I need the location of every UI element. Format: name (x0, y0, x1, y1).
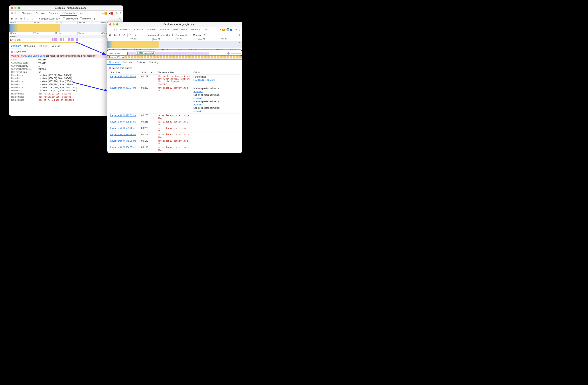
culprit-link[interactable]: Animation (193, 97, 203, 99)
gear-icon[interactable]: ⚙ (115, 12, 118, 15)
record-icon[interactable]: ◉ (10, 17, 13, 20)
recording-selector[interactable]: fonts.google.com #1 ▼ (148, 34, 170, 36)
layout-shift-link[interactable]: Layout shift @ 554.05 ms (110, 146, 136, 149)
layout-shifts-track[interactable]: Layout shifts (9, 38, 123, 42)
layout-shift-link[interactable]: Layout shift @ 545.09 ms (110, 140, 136, 142)
tab-call-tree[interactable]: Call tree (37, 44, 49, 48)
reload-icon[interactable]: ⟳ (118, 34, 121, 37)
tab-summary[interactable]: Summary (107, 60, 121, 65)
tab-bottom-up[interactable]: Bottom-up (121, 60, 135, 65)
recording-selector[interactable]: fonts.google.com #1 ▼ (38, 18, 61, 20)
upload-icon[interactable]: ↥ (129, 34, 132, 37)
clear-icon[interactable]: ⊘ (20, 17, 22, 20)
overview-timeline[interactable]: 995 ms1995 ms2995 ms3995 ms4995 ms CPU N… (107, 38, 242, 48)
layout-shift-link[interactable]: Layout shift @ 486.54 ms (110, 121, 136, 123)
tab-console[interactable]: Console (132, 27, 145, 32)
minimize-icon[interactable] (14, 7, 17, 9)
device-icon[interactable]: ⧉ (14, 12, 17, 15)
maximize-icon[interactable] (18, 7, 20, 9)
gear-icon[interactable]: ⚙ (119, 17, 122, 20)
warnings-badge[interactable]: ▲1 (220, 28, 225, 31)
tab-call-tree[interactable]: Call tree (135, 60, 147, 65)
traffic-lights[interactable] (11, 7, 20, 9)
garbage-icon[interactable]: 🗑 (93, 17, 96, 20)
tabs-overflow[interactable]: >> (78, 11, 84, 16)
tab-memory[interactable]: Memory (189, 27, 202, 32)
minimize-icon[interactable] (113, 23, 115, 25)
titlebar[interactable]: DevTools - fonts.google.com/ (107, 22, 242, 27)
overview-timeline[interactable]: 997 ms1997 ms2997 ms3997 ms4997 ms (9, 21, 123, 32)
tabs-overflow[interactable]: >> (202, 27, 209, 32)
element-link[interactable]: mat-sidenav-content.mat-dr… (158, 127, 189, 132)
kebab-icon[interactable]: ⋮ (238, 28, 241, 31)
record-icon[interactable]: ◉ (113, 34, 116, 37)
close-icon[interactable] (11, 7, 13, 9)
gear-icon[interactable]: ⚙ (234, 28, 237, 31)
warnings-badge[interactable]: ▲2 (102, 12, 107, 15)
element-link[interactable]: div.gf-full-page.gf-content (38, 99, 74, 101)
culprit-link[interactable]: Animation (193, 90, 203, 93)
download-icon[interactable]: ↧ (134, 34, 137, 37)
element-link[interactable]: div.notification__actions (38, 96, 71, 98)
culprit-link[interactable]: t5sJIQcYNI…IUI.woff2 (193, 79, 215, 81)
kebab-icon[interactable]: ⋮ (119, 12, 122, 15)
reload-icon[interactable]: ⟳ (15, 17, 18, 20)
layout-shift-link[interactable]: Layout shift @ 457.07 ms (110, 87, 136, 89)
layout-shifts-track[interactable]: Layout shifts 0.0269 Layout shift (107, 51, 242, 55)
tab-elements[interactable]: Elements (118, 27, 132, 32)
errors-badge[interactable]: ■1 (109, 12, 113, 15)
screenshots-checkbox[interactable]: Screenshots (63, 18, 78, 20)
culprit-link[interactable]: Animation (193, 103, 203, 106)
maximize-icon[interactable] (116, 23, 118, 25)
tab-performance[interactable]: Performance (60, 11, 77, 16)
tab-bottom-up[interactable]: Bottom-up (22, 44, 37, 48)
element-link[interactable]: mat-sidenav-content.mat-dr… (158, 146, 189, 151)
close-icon[interactable] (109, 23, 111, 25)
element-link[interactable]: mat-sidenav-content.mat-dr… (158, 114, 189, 119)
tab-event-log[interactable]: Event log (147, 60, 160, 65)
culprit-link[interactable]: Animation (193, 110, 203, 112)
layout-shift-link[interactable]: Layout shift @ 470.53 ms (110, 114, 136, 117)
tab-performance[interactable]: Performance (171, 27, 189, 32)
element-link[interactable]: div.notification__actions (38, 92, 71, 95)
tab-elements[interactable]: Elements (20, 11, 33, 16)
titlebar[interactable]: DevTools - fonts.google.com/ (9, 5, 123, 11)
element-link[interactable]: mat-sidenav-content.mat-dr… (158, 121, 189, 126)
download-icon[interactable]: ↧ (31, 17, 34, 20)
clear-icon[interactable]: ⊘ (123, 34, 126, 37)
element-link[interactable]: mat-sidenav-content.mat-dr… (158, 133, 189, 138)
screenshots-checkbox[interactable]: Screenshots (172, 34, 188, 36)
tab-sources[interactable]: Sources (146, 27, 158, 32)
layout-shift-link[interactable]: Layout shift @ 441.20 ms (110, 75, 136, 78)
tab-network[interactable]: Network (159, 27, 171, 32)
more-link[interactable]: e (95, 55, 97, 57)
element-link[interactable]: mat-sidenav-content.mat-dr… (158, 152, 189, 153)
cls-link[interactable]: Cumulative Layout Shifts (21, 55, 45, 57)
memory-checkbox[interactable]: Memory (80, 18, 91, 20)
element-link[interactable]: div.notification__actions (158, 78, 190, 80)
gear-icon[interactable]: ⚙ (238, 34, 241, 37)
layout-shift-link[interactable]: Layout shift @ 503.26 ms (110, 127, 136, 129)
tab-summary[interactable]: Summary (9, 44, 22, 48)
toggle-sidebar-icon[interactable]: ▣ (108, 34, 111, 37)
home-icon[interactable]: ⌂ (141, 34, 144, 37)
memory-checkbox[interactable]: Memory (190, 34, 201, 36)
layout-shift-link[interactable]: Layout shift @ 570.53 ms (110, 152, 136, 153)
inspect-icon[interactable]: ◰ (10, 12, 13, 15)
frames-track[interactable]: Frames 67.1 ms (107, 55, 242, 59)
element-link[interactable]: mat-sidenav-content.mat-dr… (158, 140, 189, 145)
upload-icon[interactable]: ↥ (26, 17, 29, 20)
garbage-icon[interactable]: 🗑 (203, 34, 206, 37)
element-link[interactable]: div.notification__actions (158, 75, 190, 78)
inspect-icon[interactable]: ◰ (108, 28, 111, 31)
tab-event-log[interactable]: Event log (49, 44, 62, 48)
info-badge[interactable]: 💬1 (227, 28, 232, 31)
element-link[interactable]: div.gf-full-page.gf-content (158, 80, 184, 85)
network-track[interactable]: Network (9, 35, 123, 38)
tab-console[interactable]: Console (34, 11, 46, 16)
traffic-lights[interactable] (109, 23, 118, 25)
device-icon[interactable]: ⧉ (112, 28, 115, 31)
layout-shift-link[interactable]: Layout shift @ 521.16 ms (110, 133, 136, 136)
tab-sources[interactable]: Sources (47, 11, 60, 16)
element-link[interactable]: mat-sidenav-content.mat-dr… (158, 87, 189, 92)
